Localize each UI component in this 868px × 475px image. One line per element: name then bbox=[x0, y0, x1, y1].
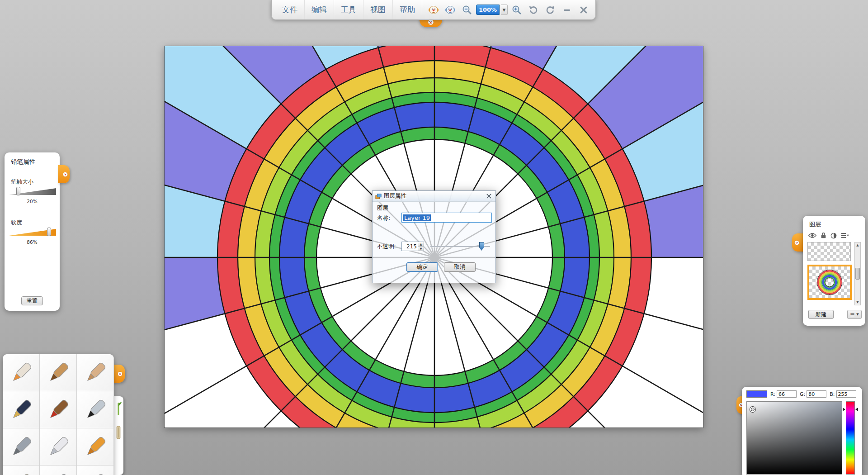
hue-bar[interactable] bbox=[846, 401, 855, 475]
brush-size-value: 20% bbox=[5, 199, 60, 204]
bamboo-pen-icon[interactable] bbox=[115, 400, 122, 418]
paint-brush-icon bbox=[45, 397, 71, 423]
layer-name-value: Layer 19 bbox=[403, 214, 431, 221]
brush-quill[interactable] bbox=[40, 466, 77, 475]
clown-logo-blue-icon[interactable] bbox=[443, 2, 458, 18]
menu-item-2[interactable]: 编辑 bbox=[305, 0, 334, 19]
brush-grid bbox=[3, 354, 114, 475]
layer-section-label: 图层 bbox=[377, 204, 388, 212]
name-label: 名称: bbox=[377, 214, 390, 222]
current-color-swatch[interactable] bbox=[746, 390, 767, 398]
ink-brush-icon bbox=[82, 397, 108, 423]
softness-slider-handle[interactable] bbox=[47, 228, 51, 236]
zoom-out-icon bbox=[462, 5, 472, 15]
redo-button[interactable] bbox=[542, 2, 558, 18]
redo-icon bbox=[545, 5, 555, 15]
brush-paint-brush[interactable] bbox=[40, 391, 77, 428]
layers-menu-icon[interactable] bbox=[841, 233, 849, 238]
zoom-in-icon bbox=[512, 5, 522, 15]
brush-palette-knife[interactable] bbox=[40, 428, 77, 466]
brush-wood-pen[interactable] bbox=[40, 354, 77, 391]
brush-eraser[interactable] bbox=[77, 466, 114, 475]
brush-size-slider[interactable] bbox=[9, 187, 56, 196]
scroll-down-icon[interactable]: ▼ bbox=[856, 300, 859, 304]
clown-face-icon bbox=[117, 370, 123, 377]
lock-icon[interactable] bbox=[821, 232, 826, 239]
sv-cursor[interactable] bbox=[750, 407, 755, 412]
menu-items: 文件编辑工具视图帮助 bbox=[275, 0, 422, 19]
app-window: 文件编辑工具视图帮助 100% ▼ bbox=[0, 0, 868, 475]
pencil-properties-panel: 铅笔属性 笔触大小 20% 软度 86% 重置 bbox=[5, 152, 60, 311]
red-input[interactable]: 66 bbox=[777, 390, 797, 398]
layer-name-input[interactable]: Layer 19 bbox=[401, 213, 492, 223]
pencil-icon bbox=[8, 360, 34, 386]
menu-item-1[interactable]: 文件 bbox=[275, 0, 305, 19]
undo-icon bbox=[528, 5, 538, 15]
quill-icon bbox=[45, 471, 71, 475]
menu-item-5[interactable]: 帮助 bbox=[393, 0, 422, 19]
brush-ink-brush[interactable] bbox=[77, 391, 114, 428]
palette-knife-icon bbox=[45, 434, 71, 460]
layer-item-selected[interactable] bbox=[807, 265, 852, 300]
saturation-value-square[interactable] bbox=[746, 401, 842, 475]
dialog-close-button[interactable] bbox=[485, 192, 493, 200]
opacity-spinner[interactable]: 215 ▲▼ bbox=[401, 242, 424, 251]
layer-thumbnail-artwork bbox=[809, 266, 850, 298]
toolbar-icons: 100% ▼ bbox=[426, 2, 591, 18]
airbrush-icon bbox=[8, 434, 34, 460]
zoom-level-select[interactable]: 100% bbox=[476, 5, 500, 15]
brush-paint-tube[interactable] bbox=[3, 466, 40, 475]
menu-item-3[interactable]: 工具 bbox=[334, 0, 363, 19]
zoom-dropdown-button[interactable]: ▼ bbox=[501, 5, 508, 15]
hue-indicator-left bbox=[843, 408, 845, 411]
layer-list-scrollbar[interactable]: ▲ ▼ bbox=[854, 242, 861, 305]
zoom-level-value: 100% bbox=[479, 6, 497, 13]
blend-contrast-icon[interactable] bbox=[830, 233, 837, 239]
paint-roller-icon bbox=[82, 434, 108, 460]
minimize-icon bbox=[563, 6, 571, 14]
scroll-icon[interactable] bbox=[115, 423, 122, 442]
brush-fountain-pen[interactable] bbox=[3, 391, 40, 428]
red-label: R: bbox=[770, 391, 775, 397]
brush-size-label: 笔触大小 bbox=[11, 178, 33, 186]
eraser-icon bbox=[82, 471, 108, 475]
menu-lines-icon: ≡ bbox=[850, 311, 855, 318]
ok-button[interactable]: 确定 bbox=[406, 262, 438, 272]
brush-paint-roller[interactable] bbox=[77, 428, 114, 466]
scroll-up-icon[interactable]: ▲ bbox=[856, 243, 859, 247]
cancel-button[interactable]: 取消 bbox=[444, 262, 476, 272]
zoom-out-button[interactable] bbox=[459, 2, 475, 18]
brush-chalk[interactable] bbox=[77, 354, 114, 391]
spinner-down-button[interactable]: ▼ bbox=[418, 247, 424, 251]
layers-options-button[interactable]: ≡▼ bbox=[847, 310, 862, 319]
caret-down-icon: ▼ bbox=[856, 313, 859, 316]
blue-input[interactable]: 255 bbox=[836, 390, 856, 398]
main-toolbar: 文件编辑工具视图帮助 100% ▼ bbox=[271, 0, 596, 20]
close-button[interactable] bbox=[576, 2, 591, 18]
new-layer-button[interactable]: 新建 bbox=[808, 310, 834, 319]
minimize-button[interactable] bbox=[559, 2, 575, 18]
pencil-panel-handle[interactable] bbox=[58, 165, 70, 183]
pencil-panel-title: 铅笔属性 bbox=[5, 152, 60, 166]
green-input[interactable]: 80 bbox=[807, 390, 826, 398]
scrollbar-thumb[interactable] bbox=[855, 268, 860, 280]
layers-panel-title: 图层 bbox=[803, 216, 865, 228]
brush-size-slider-handle[interactable] bbox=[16, 187, 20, 195]
visibility-eye-icon[interactable] bbox=[808, 233, 816, 238]
layer-item-empty[interactable] bbox=[807, 242, 851, 261]
undo-button[interactable] bbox=[526, 2, 541, 18]
brush-airbrush[interactable] bbox=[3, 428, 40, 466]
softness-slider[interactable] bbox=[9, 228, 56, 237]
clown-logo-icon[interactable] bbox=[426, 2, 441, 18]
rgb-row: R: 66 G: 80 B: 255 bbox=[742, 387, 862, 398]
menu-item-4[interactable]: 视图 bbox=[363, 0, 393, 19]
paint-tube-icon bbox=[8, 471, 34, 475]
spinner-up-button[interactable]: ▲ bbox=[418, 242, 424, 247]
layers-toolbar bbox=[808, 232, 849, 239]
reset-button[interactable]: 重置 bbox=[21, 296, 43, 305]
brush-pencil[interactable] bbox=[3, 354, 40, 391]
zoom-in-button[interactable] bbox=[509, 2, 524, 18]
opacity-slider[interactable] bbox=[430, 242, 492, 252]
opacity-slider-handle[interactable] bbox=[479, 242, 484, 251]
dialog-titlebar[interactable]: 图层属性 bbox=[373, 191, 495, 202]
